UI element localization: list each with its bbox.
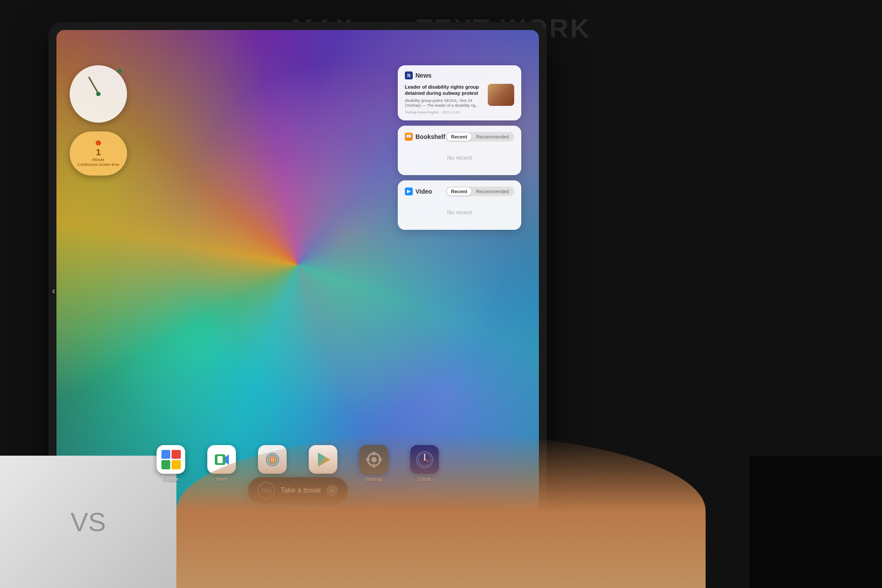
video-icon: ▶ [405, 187, 413, 195]
google-icon [161, 450, 181, 469]
google-icon-container[interactable] [157, 445, 185, 474]
bookshelf-recent-tab[interactable]: Recent [447, 133, 472, 141]
clock-dot [96, 92, 101, 96]
news-card-title: News [415, 72, 432, 79]
news-icon: N [405, 71, 413, 79]
bottom-left-photo: VS [0, 456, 176, 588]
news-headline: Leader of disability rights group detain… [405, 84, 483, 97]
bookshelf-no-recent: No recent [447, 154, 472, 161]
video-title: Video [415, 188, 432, 195]
svg-rect-2 [217, 456, 223, 463]
video-recommended-tab[interactable]: Recommended [471, 187, 513, 195]
video-content: No recent [405, 202, 514, 224]
bookshelf-icon: 📖 [405, 133, 413, 141]
bookshelf-card[interactable]: 📖 Bookshelf Recent Recommended No recent [398, 126, 521, 175]
status-bar [56, 30, 539, 44]
video-recent-tab[interactable]: Recent [447, 187, 472, 195]
video-title-row: ▶ Video [405, 187, 432, 195]
google-app-item[interactable]: Google [157, 445, 185, 482]
video-card-header: ▶ Video Recent Recommended [405, 187, 514, 196]
bookshelf-title-row: 📖 Bookshelf [405, 133, 445, 141]
google-label: Google [163, 476, 179, 482]
clock-face [70, 65, 127, 123]
clock-indicator [117, 69, 122, 73]
news-text-content: Leader of disability rights group detain… [405, 84, 483, 114]
bookshelf-content: No recent [405, 147, 514, 169]
screen-time-widget[interactable]: 1 MinuteContinuous screen time [70, 131, 127, 176]
svg-marker-1 [225, 454, 229, 465]
side-nav-indicator: ‹ [52, 285, 55, 297]
video-no-recent: No recent [447, 209, 472, 216]
news-article: Leader of disability rights group detain… [405, 84, 514, 114]
content-widgets: N News Leader of disability rights group… [398, 65, 521, 230]
clock-widget[interactable] [70, 65, 127, 123]
vs-text: VS [71, 507, 106, 537]
video-tab-group[interactable]: Recent Recommended [446, 187, 514, 196]
news-source: Yonhap News English · 2023.11.24 [405, 110, 483, 114]
widgets-area: 1 MinuteContinuous screen time [70, 65, 127, 176]
screen-time-label: MinuteContinuous screen time [78, 157, 120, 167]
news-card[interactable]: N News Leader of disability rights group… [398, 65, 521, 120]
news-snippet: disability group-police SEOUL, Nov 24 (Y… [405, 98, 483, 109]
video-card[interactable]: ▶ Video Recent Recommended No recent [398, 180, 521, 230]
bookshelf-tab-group[interactable]: Recent Recommended [446, 132, 514, 142]
news-thumbnail [488, 84, 514, 106]
screen-time-number: 1 [96, 147, 101, 157]
bookshelf-card-header: 📖 Bookshelf Recent Recommended [405, 132, 514, 142]
news-card-header: N News [405, 71, 514, 79]
bookshelf-title: Bookshelf [415, 133, 445, 140]
news-thumb-image [488, 84, 514, 106]
screen-time-dot [96, 140, 101, 146]
bookshelf-recommended-tab[interactable]: Recommended [471, 133, 513, 141]
hand-holding-tablet [176, 434, 706, 588]
bottom-right-area [750, 456, 882, 588]
